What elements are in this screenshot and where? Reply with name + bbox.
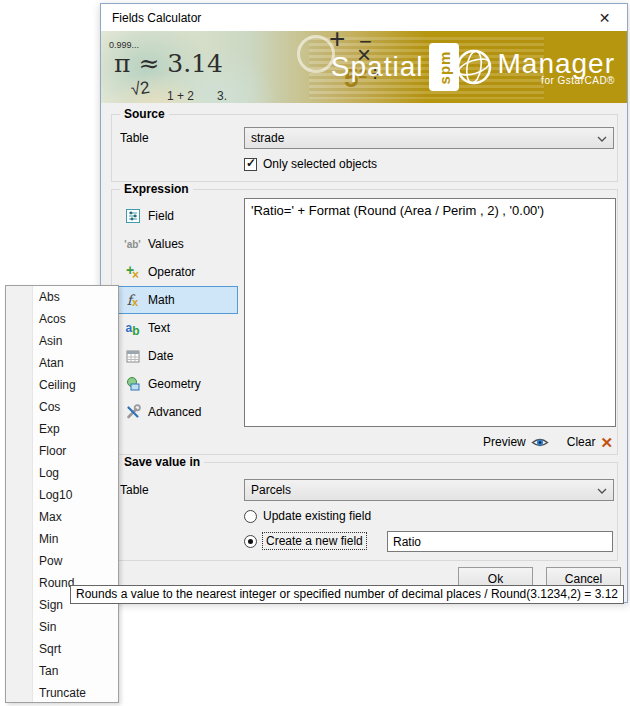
only-selected-checkbox-row[interactable]: Only selected objects — [244, 157, 377, 171]
date-icon — [124, 348, 141, 365]
menu-item[interactable]: Cos — [6, 396, 118, 418]
update-existing-radio-row[interactable]: Update existing field — [244, 509, 371, 523]
brand-subtitle: for GstarCAD® — [541, 75, 615, 86]
close-icon: ✕ — [599, 11, 611, 25]
math-doodle: (1 − 2) + 3 — [169, 102, 229, 103]
chevron-down-icon — [597, 488, 607, 494]
math-functions-menu: Abs Acos Asin Atan Ceiling Cos Exp Floor… — [5, 285, 119, 703]
expression-group: Expression Field Values Operator Math — [111, 189, 618, 455]
category-advanced[interactable]: Advanced — [116, 398, 238, 426]
menu-item[interactable]: Floor — [6, 440, 118, 462]
operator-icon — [124, 264, 141, 281]
menu-item[interactable]: Pow — [6, 550, 118, 572]
menu-item[interactable]: Log10 — [6, 484, 118, 506]
menu-item[interactable]: Acos — [6, 308, 118, 330]
category-label: Math — [148, 293, 175, 307]
save-group: Save value in Table Parcels Update exist… — [111, 462, 618, 561]
checkbox-checked-icon[interactable] — [244, 158, 257, 171]
source-table-dropdown[interactable]: strade — [244, 127, 614, 149]
source-group: Source Table strade Only selected object… — [111, 114, 618, 182]
geometry-icon — [124, 376, 141, 393]
preview-label: Preview — [483, 435, 526, 449]
category-date[interactable]: Date — [116, 342, 238, 370]
save-group-title: Save value in — [120, 455, 204, 469]
eye-icon — [531, 436, 549, 449]
math-doodle: π ≈ 3.14 — [114, 49, 223, 78]
spatial-manager-logo: Spatial spm Manager for GstarCAD® — [331, 43, 615, 91]
menu-item[interactable]: Max — [6, 506, 118, 528]
brand-banner: 0.999... π ≈ 3.14 √2 1 + 2 3. (1 − 2) + … — [101, 31, 627, 103]
menu-item[interactable]: Atan — [6, 352, 118, 374]
values-icon — [124, 236, 141, 253]
math-doodle: 1 + 2 — [167, 89, 194, 103]
field-icon — [124, 208, 141, 225]
spm-text: spm — [436, 50, 453, 84]
window-title: Fields Calculator — [112, 11, 201, 25]
menu-item[interactable]: Tan — [6, 660, 118, 682]
category-label: Operator — [148, 265, 195, 279]
menu-item[interactable]: Min — [6, 528, 118, 550]
save-table-dropdown[interactable]: Parcels — [244, 479, 614, 501]
menu-item[interactable]: Sqrt — [6, 638, 118, 660]
menu-item[interactable]: Ceiling — [6, 374, 118, 396]
category-label: Text — [148, 321, 170, 335]
menu-item[interactable]: Abs — [6, 286, 118, 308]
new-field-name-input[interactable] — [387, 531, 613, 552]
expression-editor[interactable]: 'Ratio=' + Format (Round (Area / Perim ,… — [244, 198, 616, 427]
menu-item[interactable]: Exp — [6, 418, 118, 440]
clear-x-icon: ✕ — [600, 435, 613, 450]
source-table-value: strade — [251, 131, 284, 145]
category-field[interactable]: Field — [116, 202, 238, 230]
math-doodle: √2 — [130, 78, 151, 100]
source-table-label: Table — [120, 131, 149, 145]
category-values[interactable]: Values — [116, 230, 238, 258]
category-label: Field — [148, 209, 174, 223]
fields-calculator-dialog: Fields Calculator ✕ 0.999... π ≈ 3.14 √2… — [100, 3, 628, 603]
expression-group-title: Expression — [120, 182, 193, 196]
preview-button[interactable]: Preview — [483, 435, 549, 449]
expression-category-list: Field Values Operator Math Text — [116, 202, 242, 426]
menu-item[interactable]: Sin — [6, 616, 118, 638]
radio-off-icon[interactable] — [244, 510, 257, 523]
category-text[interactable]: Text — [116, 314, 238, 342]
advanced-icon — [124, 404, 141, 421]
category-label: Advanced — [148, 405, 201, 419]
menu-item[interactable]: Log — [6, 462, 118, 484]
source-group-title: Source — [120, 107, 169, 121]
menu-item[interactable]: Truncate — [6, 682, 118, 704]
create-new-field-label: Create a new field — [263, 533, 366, 549]
globe-icon — [453, 46, 495, 88]
save-table-value: Parcels — [251, 483, 291, 497]
clear-button[interactable]: Clear ✕ — [567, 435, 613, 450]
math-doodle: 3. — [217, 89, 227, 103]
close-button[interactable]: ✕ — [582, 4, 627, 31]
save-table-label: Table — [120, 483, 149, 497]
category-geometry[interactable]: Geometry — [116, 370, 238, 398]
menu-item[interactable]: Asin — [6, 330, 118, 352]
category-label: Date — [148, 349, 173, 363]
round-tooltip: Rounds a value to the nearest integer or… — [70, 585, 624, 604]
only-selected-label: Only selected objects — [263, 157, 377, 171]
math-icon — [124, 292, 141, 309]
category-label: Values — [148, 237, 184, 251]
create-new-field-radio-row[interactable]: Create a new field — [244, 533, 366, 549]
brand-spatial: Spatial — [331, 51, 424, 83]
text-icon — [124, 320, 141, 337]
update-existing-label: Update existing field — [263, 509, 371, 523]
radio-on-icon[interactable] — [244, 535, 257, 548]
category-operator[interactable]: Operator — [116, 258, 238, 286]
chevron-down-icon — [597, 136, 607, 142]
category-label: Geometry — [148, 377, 201, 391]
category-math[interactable]: Math — [116, 286, 238, 314]
clear-label: Clear — [567, 435, 596, 449]
title-bar[interactable]: Fields Calculator ✕ — [101, 4, 627, 31]
